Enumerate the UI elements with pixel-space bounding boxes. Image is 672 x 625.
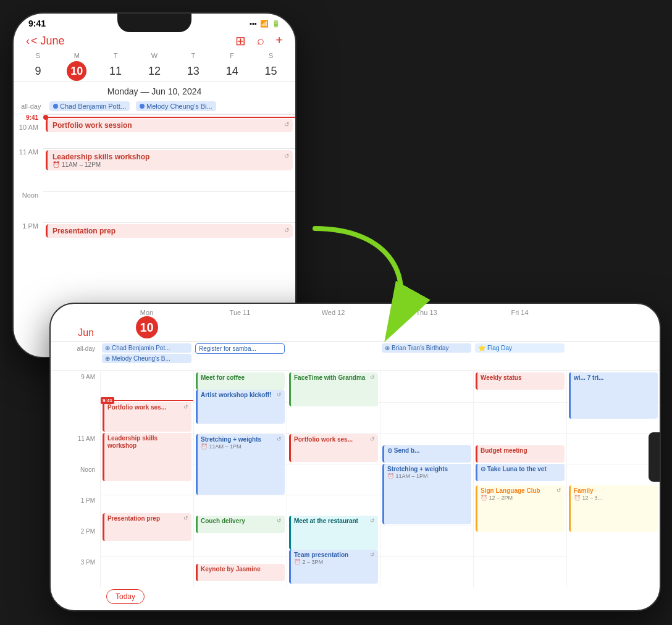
calendar-header: ‹ < June ⊞ ⌕ +: [14, 31, 295, 52]
side-notch: [649, 432, 660, 482]
day-col-wed: ↺ FaceTime with Grandma ↺ Portfolio work…: [287, 371, 380, 587]
back-month-button[interactable]: ‹ < June: [26, 35, 65, 48]
allday-event-melody[interactable]: Melody Cheung's Bi...: [136, 101, 216, 111]
allday-samba[interactable]: Register for samba...: [195, 343, 285, 354]
event-presentation[interactable]: Presentation prep ↺: [46, 224, 293, 238]
col-header-tue[interactable]: Tue 11: [193, 309, 287, 338]
event-team-wed[interactable]: ↺ Team presentation ⏰ 2 – 3PM: [289, 550, 378, 584]
landscape-calendar: Jun Mon 10 Tue 11 Wed 12 Thu 13 Fri 14: [51, 304, 660, 610]
sync-icon: ↺: [284, 227, 289, 233]
allday-label: all-day: [21, 103, 46, 110]
event-restaurant-wed[interactable]: ↺ Meet at the restaurant: [289, 516, 378, 550]
allday-extra: [566, 343, 660, 344]
event-stretching-tue[interactable]: ↺ Stretching + weights ⏰ 11AM – 1PM: [196, 434, 285, 495]
col-header-extra: [566, 309, 660, 338]
today-button[interactable]: Today: [106, 589, 145, 604]
allday-row: all-day Chad Benjamin Pott... Melody Che…: [14, 99, 295, 114]
current-time-indicator: 9:41: [101, 397, 193, 404]
day-col-mon: 9:41 ↺ Portfolio work ses... Leadership …: [100, 371, 193, 587]
week-day-thu[interactable]: T 13: [174, 52, 212, 81]
allday-chad[interactable]: ⊕ Chad Benjamin Pot...: [102, 343, 191, 353]
time-row-1pm: 1 PM Presentation prep ↺: [14, 222, 295, 253]
week-day-sun[interactable]: S 9: [19, 52, 57, 81]
allday-flagday[interactable]: ⭐ Flag Day: [475, 343, 565, 353]
time-row-11am: 11 AM Leadership skills workshop ↺ ⏰ 11A…: [14, 148, 295, 191]
time-10am-label: [51, 402, 100, 433]
week-day-wed[interactable]: W 12: [135, 52, 174, 81]
allday-label-landscape: all-day: [51, 343, 100, 352]
event-leadership-mon[interactable]: Leadership skills workshop: [103, 433, 191, 481]
allday-event-chad[interactable]: Chad Benjamin Pott...: [49, 101, 130, 111]
col-header-wed[interactable]: Wed 12: [287, 309, 380, 338]
sync-icon: ↺: [277, 392, 282, 398]
allday-wed: [287, 343, 380, 344]
week-day-sat[interactable]: S 15: [251, 52, 290, 81]
status-icons: ▪▪▪ 📶 🔋: [250, 20, 280, 28]
allday-dot: [140, 104, 145, 109]
time-2pm-label: 2 PM: [51, 526, 100, 556]
month-col-header: Jun: [51, 309, 100, 338]
event-family-extra: Family ⏰ 12 – 3...: [569, 485, 658, 532]
event-portfolio-mon[interactable]: ↺ Portfolio work ses...: [103, 402, 191, 432]
day-col-tue: Meet for coffee ↺ Artist workshop kickof…: [193, 371, 287, 587]
week-day-fri[interactable]: F 14: [212, 52, 251, 81]
allday-mon: ⊕ Chad Benjamin Pot... ⊕ Melody Cheung's…: [100, 343, 193, 364]
event-coffee-tue[interactable]: Meet for coffee: [196, 372, 285, 390]
week-strip: S 9 M 10 T 11 W 12 T 13 F 14 S 15: [14, 52, 295, 81]
allday-event-title: Chad Benjamin Pott...: [60, 103, 126, 110]
time-row-10am: 9:41 10 AM Portfolio work session ↺: [14, 114, 295, 148]
time-line-11am: Leadership skills workshop ↺ ⏰ 11AM – 12…: [43, 148, 295, 179]
status-time: 9:41: [28, 19, 46, 28]
event-send-thu[interactable]: ⊙ Send b...: [382, 445, 471, 463]
event-budget-fri[interactable]: Budget meeting: [476, 445, 565, 463]
event-artist-tue[interactable]: ↺ Artist workshop kickoff!: [196, 390, 285, 424]
search-icon[interactable]: ⌕: [257, 33, 264, 48]
sync-icon: ↺: [370, 436, 375, 442]
time-11am-label: 11 AM: [51, 433, 100, 464]
current-time-badge: 9:41: [101, 397, 114, 404]
event-stretching-thu[interactable]: Stretching + weights ⏰ 11AM – 1PM: [382, 464, 471, 524]
column-headers: Jun Mon 10 Tue 11 Wed 12 Thu 13 Fri 14: [51, 304, 660, 342]
col-header-thu[interactable]: Thu 13: [380, 309, 473, 338]
battery-icon: 🔋: [272, 20, 280, 28]
chevron-left-icon: ‹: [26, 35, 30, 48]
landscape-phone: Jun Mon 10 Tue 11 Wed 12 Thu 13 Fri 14: [49, 303, 661, 611]
week-day-mon[interactable]: M 10: [57, 52, 96, 81]
day-col-fri: Weekly status Budget meeting ⊙ Take Luna…: [473, 371, 566, 587]
event-portfolio-wed[interactable]: ↺ Portfolio work ses...: [289, 434, 378, 462]
col-header-mon[interactable]: Mon 10: [100, 309, 193, 338]
event-portfolio[interactable]: Portfolio work session ↺: [46, 119, 293, 132]
allday-brian[interactable]: ⊕ Brian Tran's Birthday: [382, 343, 471, 353]
sync-icon: ↺: [370, 552, 375, 558]
event-presentation-mon[interactable]: ↺ Presentation prep: [103, 513, 191, 541]
allday-fri: ⭐ Flag Day: [473, 343, 566, 353]
sync-icon: ↺: [370, 518, 375, 524]
time-9am-label: 9 AM: [51, 371, 100, 402]
sync-icon: ↺: [183, 515, 188, 521]
event-leadership[interactable]: Leadership skills workshop ↺ ⏰ 11AM – 12…: [46, 150, 293, 170]
event-keynote-tue[interactable]: Keynote by Jasmine: [196, 564, 285, 581]
sync-icon: ↺: [370, 374, 375, 380]
allday-tue: Register for samba...: [193, 343, 287, 354]
event-sign-fri[interactable]: ↺ Sign Language Club ⏰ 12 – 2PM: [476, 485, 565, 532]
event-weekly-fri[interactable]: Weekly status: [476, 372, 565, 390]
event-facetime-wed[interactable]: ↺ FaceTime with Grandma: [289, 372, 378, 406]
col-header-fri[interactable]: Fri 14: [473, 309, 566, 338]
allday-icon: ⊕: [105, 345, 110, 351]
add-event-icon[interactable]: +: [275, 33, 283, 48]
allday-dot: [53, 104, 58, 109]
event-couch-tue[interactable]: ↺ Couch delivery: [196, 516, 285, 533]
month-label: < June: [31, 35, 65, 48]
time-label-noon: Noon: [14, 191, 43, 199]
grid-view-icon[interactable]: ⊞: [235, 33, 246, 48]
allday-melody[interactable]: ⊕ Melody Cheung's B...: [102, 354, 191, 363]
allday-icon: ⊕: [105, 355, 110, 362]
week-day-tue[interactable]: T 11: [96, 52, 135, 81]
day-header: Monday — Jun 10, 2024: [14, 81, 295, 99]
time-label-11am: 11 AM: [14, 148, 43, 156]
allday-thu: ⊕ Brian Tran's Birthday: [380, 343, 473, 353]
signal-icon: ▪▪▪: [250, 20, 257, 27]
sync-icon: ↺: [284, 153, 289, 159]
time-3pm-label: 3 PM: [51, 556, 100, 587]
event-luna-fri[interactable]: ⊙ Take Luna to the vet: [476, 464, 565, 481]
